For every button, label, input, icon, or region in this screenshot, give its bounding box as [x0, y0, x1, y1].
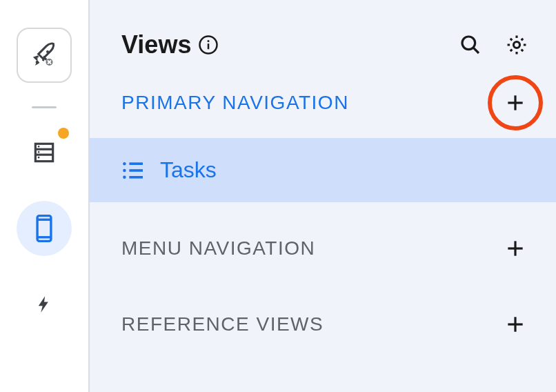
- rail-app-icon-box[interactable]: [17, 28, 72, 83]
- svg-point-14: [462, 37, 475, 50]
- info-icon[interactable]: [198, 35, 219, 55]
- svg-point-7: [38, 157, 40, 159]
- header-actions: [459, 33, 528, 57]
- rail-item-views[interactable]: [17, 201, 72, 256]
- notification-badge: [58, 128, 69, 139]
- svg-point-6: [38, 151, 40, 153]
- add-primary-view-button[interactable]: [502, 90, 528, 116]
- panel-title-text: Views: [121, 30, 191, 59]
- plus-icon: [504, 92, 526, 114]
- lightning-icon: [34, 291, 54, 318]
- view-item-tasks[interactable]: Tasks: [90, 138, 556, 202]
- section-label-primary: PRIMARY NAVIGATION: [121, 92, 349, 114]
- section-reference-views: REFERENCE VIEWS: [90, 302, 556, 347]
- search-icon[interactable]: [459, 34, 481, 56]
- view-item-label: Tasks: [160, 157, 217, 183]
- svg-point-13: [208, 40, 210, 42]
- section-label-menu: MENU NAVIGATION: [121, 237, 315, 259]
- panel-header: Views: [90, 0, 556, 80]
- gear-icon[interactable]: [505, 33, 528, 57]
- rail-item-data[interactable]: [23, 132, 65, 173]
- svg-point-21: [123, 175, 126, 178]
- views-panel: Views: [90, 0, 556, 392]
- add-menu-view-button[interactable]: [502, 235, 528, 262]
- svg-point-16: [513, 41, 519, 48]
- add-reference-view-button[interactable]: [502, 311, 528, 337]
- section-primary-navigation: PRIMARY NAVIGATION: [90, 80, 556, 126]
- rocket-icon: [30, 41, 58, 69]
- mobile-icon: [32, 213, 56, 244]
- section-menu-navigation: MENU NAVIGATION: [90, 226, 556, 271]
- sidebar-rail: [0, 0, 90, 392]
- plus-icon: [504, 237, 526, 259]
- section-label-reference: REFERENCE VIEWS: [121, 313, 324, 335]
- panel-title: Views: [121, 30, 219, 59]
- list-icon: [121, 161, 145, 180]
- svg-line-15: [474, 48, 479, 53]
- plus-icon: [504, 313, 526, 335]
- database-icon: [31, 139, 57, 166]
- rail-divider: [32, 106, 57, 108]
- svg-point-19: [123, 161, 126, 164]
- svg-point-5: [38, 146, 40, 148]
- svg-point-20: [123, 168, 126, 171]
- rail-item-automation[interactable]: [23, 284, 65, 325]
- svg-point-0: [46, 50, 49, 53]
